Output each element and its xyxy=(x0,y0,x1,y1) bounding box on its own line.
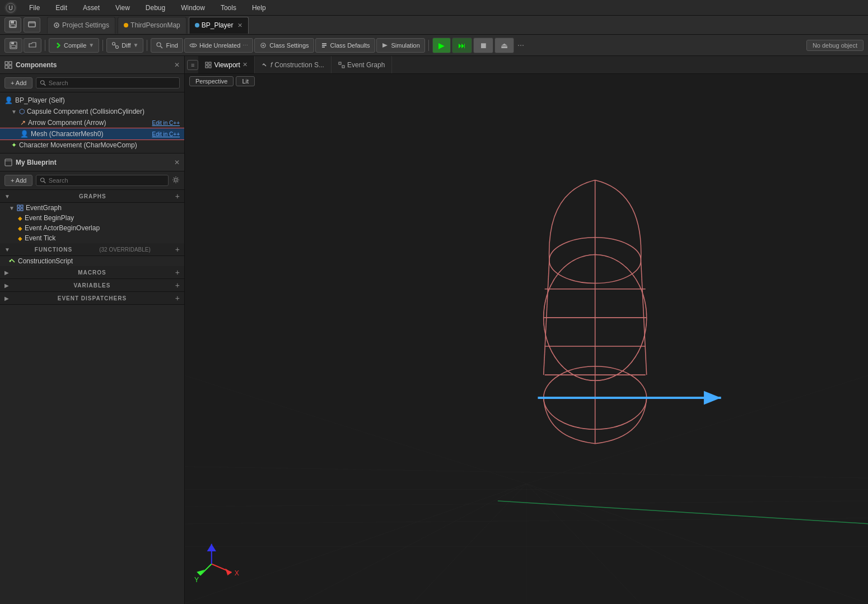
components-close-button[interactable]: ✕ xyxy=(174,61,180,69)
tab-third-person-map[interactable]: ThirdPersonMap xyxy=(118,17,186,34)
compile-button[interactable]: Compile ▼ xyxy=(49,38,99,53)
arrow-label: Arrow Component (Arrow) xyxy=(28,119,106,127)
menu-file[interactable]: File xyxy=(26,3,43,13)
mesh-edit-cpp-button[interactable]: Edit in C++ xyxy=(152,131,180,137)
arrow-edit-cpp-button[interactable]: Edit in C++ xyxy=(152,120,180,126)
blueprint-close-button[interactable]: ✕ xyxy=(174,159,180,166)
hide-unrelated-more[interactable]: ⋯ xyxy=(242,42,248,48)
bp-item-construction-script[interactable]: ConstructionScript xyxy=(0,256,184,266)
tree-item-capsule[interactable]: ▼ ⬡ Capsule Component (CollisionCylinder… xyxy=(0,106,184,117)
svg-rect-40 xyxy=(342,66,344,68)
graphs-add-button[interactable]: + xyxy=(175,192,180,201)
menu-window[interactable]: Window xyxy=(178,3,208,13)
functions-section-header[interactable]: ▼ FUNCTIONS (32 OVERRIDABLE) + xyxy=(0,243,184,256)
sep2 xyxy=(102,40,103,51)
menu-asset[interactable]: Asset xyxy=(80,3,103,13)
class-settings-button[interactable]: Class Settings xyxy=(254,38,314,53)
blueprint-add-button[interactable]: + Add xyxy=(4,175,32,186)
blueprint-search-box[interactable] xyxy=(36,175,169,186)
components-search-input[interactable] xyxy=(49,80,176,86)
compile-dropdown[interactable]: ▼ xyxy=(88,42,94,48)
browse-button[interactable] xyxy=(24,17,40,32)
bp-item-begin-play[interactable]: ◆ Event BeginPlay xyxy=(0,213,184,223)
class-defaults-button[interactable]: Class Defaults xyxy=(315,38,375,53)
tab-viewport[interactable]: Viewport ✕ xyxy=(198,56,254,73)
menu-debug[interactable]: Debug xyxy=(142,3,169,13)
actor-begin-overlap-label: Event ActorBeginOverlap xyxy=(25,224,100,232)
components-search-box[interactable] xyxy=(36,77,180,89)
menu-view[interactable]: View xyxy=(112,3,133,13)
event-dispatchers-add-button[interactable]: + xyxy=(175,294,180,303)
open-button[interactable] xyxy=(24,38,41,53)
macros-section-header[interactable]: ▶ MACROS + xyxy=(0,266,184,279)
simulation-button[interactable]: Simulation xyxy=(376,38,425,53)
step-button[interactable]: ⏭ xyxy=(452,38,472,53)
blueprint-title-text: My Blueprint xyxy=(16,159,57,166)
play-more-button[interactable]: ⋯ xyxy=(515,40,526,50)
svg-rect-30 xyxy=(17,205,20,207)
macros-add-button[interactable]: + xyxy=(175,268,180,277)
variables-add-button[interactable]: + xyxy=(175,281,180,290)
functions-title: FUNCTIONS xyxy=(35,247,72,253)
play-button-group: ▶ ⏭ ⏹ ⏏ xyxy=(432,38,514,53)
variables-section-header[interactable]: ▶ VARIABLES + xyxy=(0,279,184,292)
capsule-label: Capsule Component (CollisionCylinder) xyxy=(27,108,144,115)
hide-unrelated-button[interactable]: Hide Unrelated ⋯ xyxy=(184,38,253,53)
tab-bp-player-label: BP_Player xyxy=(202,21,234,29)
bp-item-event-graph[interactable]: ▼ EventGraph xyxy=(0,203,184,213)
event-dispatchers-section-header[interactable]: ▶ EVENT DISPATCHERS + xyxy=(0,292,184,305)
menu-edit[interactable]: Edit xyxy=(52,3,71,13)
tree-item-bp-player[interactable]: 👤 BP_Player (Self) xyxy=(0,95,184,106)
lit-button[interactable]: Lit xyxy=(236,76,255,86)
tab-event-graph[interactable]: Event Graph xyxy=(332,56,392,73)
diff-dropdown[interactable]: ▼ xyxy=(133,42,139,48)
viewport-tab-close[interactable]: ✕ xyxy=(242,61,248,68)
bp-item-event-tick[interactable]: ◆ Event Tick xyxy=(0,233,184,243)
save-button[interactable] xyxy=(4,17,21,32)
svg-point-11 xyxy=(113,42,115,45)
diff-label: Diff xyxy=(122,42,130,49)
tab-construction-script[interactable]: f Construction S... xyxy=(255,56,332,73)
blueprint-search-icon xyxy=(40,177,46,184)
save-icon-button[interactable] xyxy=(4,38,22,53)
tree-item-char-movement[interactable]: ✦ Character Movement (CharMoveComp) xyxy=(0,140,184,151)
viewport-area: ≡ Viewport ✕ f Construction S... xyxy=(185,56,868,604)
tab-bp-player-close[interactable]: ✕ xyxy=(237,22,242,29)
macros-title: MACROS xyxy=(78,270,106,276)
svg-line-24 xyxy=(44,83,45,85)
tree-item-arrow[interactable]: ↗ Arrow Component (Arrow) Edit in C++ xyxy=(0,117,184,128)
play-button[interactable]: ▶ xyxy=(432,38,451,53)
viewport-canvas[interactable]: X Y xyxy=(185,89,868,604)
viewport-tabs: ≡ Viewport ✕ f Construction S... xyxy=(185,56,868,74)
menu-help[interactable]: Help xyxy=(249,3,269,13)
blueprint-settings-button[interactable] xyxy=(172,176,180,185)
svg-rect-21 xyxy=(5,66,8,68)
components-add-button[interactable]: + Add xyxy=(4,77,32,89)
svg-rect-3 xyxy=(11,21,14,24)
svg-rect-22 xyxy=(9,66,12,68)
blueprint-search-input[interactable] xyxy=(49,177,165,184)
event-graph-arrow: ▼ xyxy=(9,205,15,211)
svg-line-13 xyxy=(115,44,116,47)
find-button[interactable]: Find xyxy=(151,38,183,53)
viewport-tab-label: Viewport xyxy=(214,61,240,69)
diff-button[interactable]: Diff ▼ xyxy=(106,38,143,53)
menu-tools[interactable]: Tools xyxy=(217,3,240,13)
blueprint-add-label: + Add xyxy=(11,177,26,184)
graphs-section-header[interactable]: ▼ GRAPHS + xyxy=(0,190,184,203)
eject-button[interactable]: ⏏ xyxy=(494,38,514,53)
svg-text:U: U xyxy=(8,5,12,11)
ue-logo: U xyxy=(4,2,17,14)
functions-add-button[interactable]: + xyxy=(175,245,180,254)
tab-bp-player[interactable]: BP_Player ✕ xyxy=(189,17,249,34)
perspective-button[interactable]: Perspective xyxy=(189,76,234,86)
viewport-menu-button[interactable]: ≡ xyxy=(187,60,198,70)
construction-script-tab-label: f xyxy=(270,61,272,69)
tab-project-settings[interactable]: Project Settings xyxy=(47,17,115,34)
no-debug-selector[interactable]: No debug object xyxy=(806,40,864,51)
bp-item-actor-begin-overlap[interactable]: ◆ Event ActorBeginOverlap xyxy=(0,223,184,233)
svg-point-29 xyxy=(175,178,178,181)
tree-item-mesh[interactable]: 👤 Mesh (CharacterMesh0) Edit in C++ xyxy=(0,128,184,140)
menu-bar: U File Edit Asset View Debug Window Tool… xyxy=(0,0,868,16)
stop-button[interactable]: ⏹ xyxy=(473,38,493,53)
